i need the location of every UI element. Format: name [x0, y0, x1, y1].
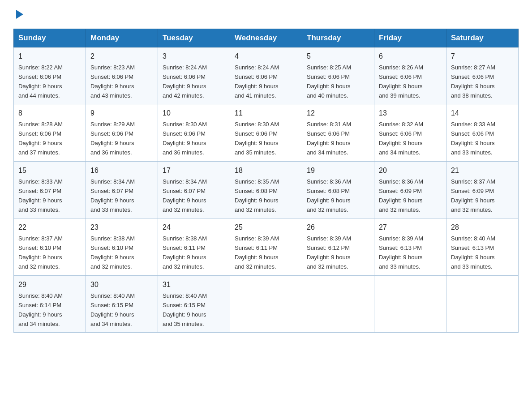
- svg-marker-0: [16, 10, 23, 19]
- day-info: Sunrise: 8:35 AMSunset: 6:08 PMDaylight:…: [235, 178, 279, 213]
- day-number: 27: [379, 222, 442, 233]
- calendar-day-cell: 23Sunrise: 8:38 AMSunset: 6:10 PMDayligh…: [86, 218, 158, 275]
- calendar-week-row: 1Sunrise: 8:22 AMSunset: 6:06 PMDaylight…: [14, 47, 519, 104]
- calendar-week-row: 29Sunrise: 8:40 AMSunset: 6:14 PMDayligh…: [14, 275, 519, 332]
- day-number: 14: [451, 108, 514, 119]
- calendar-day-cell: 28Sunrise: 8:40 AMSunset: 6:13 PMDayligh…: [446, 218, 519, 275]
- calendar-day-cell: 19Sunrise: 8:36 AMSunset: 6:08 PMDayligh…: [302, 161, 374, 218]
- calendar-day-cell: 17Sunrise: 8:34 AMSunset: 6:07 PMDayligh…: [158, 161, 230, 218]
- day-number: 31: [163, 279, 225, 291]
- calendar-day-cell: 10Sunrise: 8:30 AMSunset: 6:06 PMDayligh…: [158, 104, 230, 161]
- day-info: Sunrise: 8:24 AMSunset: 6:06 PMDaylight:…: [163, 64, 207, 99]
- calendar-day-cell: 3Sunrise: 8:24 AMSunset: 6:06 PMDaylight…: [158, 47, 230, 104]
- day-info: Sunrise: 8:36 AMSunset: 6:09 PMDaylight:…: [379, 178, 423, 213]
- day-number: 9: [90, 108, 153, 119]
- page-header: [13, 9, 519, 21]
- day-number: 30: [90, 279, 153, 291]
- day-number: 18: [235, 165, 297, 176]
- calendar-day-cell: 6Sunrise: 8:26 AMSunset: 6:06 PMDaylight…: [374, 47, 446, 104]
- day-number: 13: [379, 108, 442, 119]
- header-row: SundayMondayTuesdayWednesdayThursdayFrid…: [14, 29, 519, 47]
- day-info: Sunrise: 8:28 AMSunset: 6:06 PMDaylight:…: [18, 121, 63, 156]
- day-of-week-header: Wednesday: [230, 29, 302, 47]
- day-of-week-header: Monday: [86, 29, 158, 47]
- day-info: Sunrise: 8:37 AMSunset: 6:09 PMDaylight:…: [451, 178, 495, 213]
- calendar-day-cell: 14Sunrise: 8:33 AMSunset: 6:06 PMDayligh…: [446, 104, 519, 161]
- day-number: 21: [451, 165, 514, 176]
- day-number: 1: [18, 51, 81, 62]
- day-info: Sunrise: 8:39 AMSunset: 6:11 PMDaylight:…: [235, 235, 279, 270]
- calendar-day-cell: 25Sunrise: 8:39 AMSunset: 6:11 PMDayligh…: [230, 218, 302, 275]
- day-info: Sunrise: 8:33 AMSunset: 6:06 PMDaylight:…: [451, 121, 495, 156]
- day-info: Sunrise: 8:40 AMSunset: 6:13 PMDaylight:…: [451, 235, 495, 270]
- day-number: 20: [379, 165, 442, 176]
- day-of-week-header: Saturday: [446, 29, 519, 47]
- day-info: Sunrise: 8:34 AMSunset: 6:07 PMDaylight:…: [90, 178, 135, 213]
- calendar-table: SundayMondayTuesdayWednesdayThursdayFrid…: [13, 29, 519, 333]
- day-number: 23: [90, 222, 153, 233]
- day-number: 15: [18, 165, 81, 176]
- day-number: 10: [163, 108, 225, 119]
- calendar-day-cell: 9Sunrise: 8:29 AMSunset: 6:06 PMDaylight…: [86, 104, 158, 161]
- calendar-day-cell: 27Sunrise: 8:39 AMSunset: 6:13 PMDayligh…: [374, 218, 446, 275]
- day-of-week-header: Tuesday: [158, 29, 230, 47]
- day-number: 17: [163, 165, 225, 176]
- calendar-day-cell: 18Sunrise: 8:35 AMSunset: 6:08 PMDayligh…: [230, 161, 302, 218]
- day-info: Sunrise: 8:32 AMSunset: 6:06 PMDaylight:…: [379, 121, 423, 156]
- day-info: Sunrise: 8:31 AMSunset: 6:06 PMDaylight:…: [307, 121, 351, 156]
- calendar-day-cell: 4Sunrise: 8:24 AMSunset: 6:06 PMDaylight…: [230, 47, 302, 104]
- day-number: 11: [235, 108, 297, 119]
- day-info: Sunrise: 8:30 AMSunset: 6:06 PMDaylight:…: [163, 121, 207, 156]
- day-info: Sunrise: 8:38 AMSunset: 6:11 PMDaylight:…: [163, 235, 207, 270]
- day-info: Sunrise: 8:29 AMSunset: 6:06 PMDaylight:…: [90, 121, 135, 156]
- day-number: 8: [18, 108, 81, 119]
- calendar-day-cell: 13Sunrise: 8:32 AMSunset: 6:06 PMDayligh…: [374, 104, 446, 161]
- calendar-day-cell: 15Sunrise: 8:33 AMSunset: 6:07 PMDayligh…: [14, 161, 86, 218]
- calendar-day-cell: 21Sunrise: 8:37 AMSunset: 6:09 PMDayligh…: [446, 161, 519, 218]
- calendar-day-cell: 16Sunrise: 8:34 AMSunset: 6:07 PMDayligh…: [86, 161, 158, 218]
- calendar-day-cell: 26Sunrise: 8:39 AMSunset: 6:12 PMDayligh…: [302, 218, 374, 275]
- calendar-day-cell: 29Sunrise: 8:40 AMSunset: 6:14 PMDayligh…: [14, 275, 86, 332]
- day-number: 3: [163, 51, 225, 62]
- day-info: Sunrise: 8:30 AMSunset: 6:06 PMDaylight:…: [235, 121, 279, 156]
- day-info: Sunrise: 8:26 AMSunset: 6:06 PMDaylight:…: [379, 64, 423, 99]
- day-number: 16: [90, 165, 153, 176]
- day-of-week-header: Sunday: [14, 29, 86, 47]
- logo: [13, 9, 24, 21]
- calendar-day-cell: 1Sunrise: 8:22 AMSunset: 6:06 PMDaylight…: [14, 47, 86, 104]
- calendar-day-cell: 8Sunrise: 8:28 AMSunset: 6:06 PMDaylight…: [14, 104, 86, 161]
- day-number: 6: [379, 51, 442, 62]
- day-number: 2: [90, 51, 153, 62]
- calendar-day-cell: [446, 275, 519, 332]
- day-info: Sunrise: 8:40 AMSunset: 6:14 PMDaylight:…: [18, 292, 63, 327]
- calendar-day-cell: 2Sunrise: 8:23 AMSunset: 6:06 PMDaylight…: [86, 47, 158, 104]
- day-info: Sunrise: 8:25 AMSunset: 6:06 PMDaylight:…: [307, 64, 351, 99]
- day-info: Sunrise: 8:27 AMSunset: 6:06 PMDaylight:…: [451, 64, 495, 99]
- calendar-day-cell: 22Sunrise: 8:37 AMSunset: 6:10 PMDayligh…: [14, 218, 86, 275]
- day-info: Sunrise: 8:37 AMSunset: 6:10 PMDaylight:…: [18, 235, 63, 270]
- calendar-day-cell: 7Sunrise: 8:27 AMSunset: 6:06 PMDaylight…: [446, 47, 519, 104]
- day-number: 28: [451, 222, 514, 233]
- calendar-week-row: 8Sunrise: 8:28 AMSunset: 6:06 PMDaylight…: [14, 104, 519, 161]
- day-number: 5: [307, 51, 369, 62]
- day-number: 29: [18, 279, 81, 291]
- calendar-day-cell: 24Sunrise: 8:38 AMSunset: 6:11 PMDayligh…: [158, 218, 230, 275]
- day-info: Sunrise: 8:39 AMSunset: 6:13 PMDaylight:…: [379, 235, 423, 270]
- day-info: Sunrise: 8:24 AMSunset: 6:06 PMDaylight:…: [235, 64, 279, 99]
- calendar-day-cell: [374, 275, 446, 332]
- day-number: 4: [235, 51, 297, 62]
- day-number: 22: [18, 222, 81, 233]
- day-of-week-header: Friday: [374, 29, 446, 47]
- calendar-week-row: 15Sunrise: 8:33 AMSunset: 6:07 PMDayligh…: [14, 161, 519, 218]
- day-number: 7: [451, 51, 514, 62]
- day-info: Sunrise: 8:23 AMSunset: 6:06 PMDaylight:…: [90, 64, 135, 99]
- logo-triangle-icon: [14, 9, 24, 19]
- day-info: Sunrise: 8:22 AMSunset: 6:06 PMDaylight:…: [18, 64, 63, 99]
- day-info: Sunrise: 8:40 AMSunset: 6:15 PMDaylight:…: [163, 292, 207, 327]
- day-of-week-header: Thursday: [302, 29, 374, 47]
- day-number: 12: [307, 108, 369, 119]
- calendar-day-cell: 12Sunrise: 8:31 AMSunset: 6:06 PMDayligh…: [302, 104, 374, 161]
- day-info: Sunrise: 8:36 AMSunset: 6:08 PMDaylight:…: [307, 178, 351, 213]
- calendar-body: 1Sunrise: 8:22 AMSunset: 6:06 PMDaylight…: [14, 47, 519, 333]
- calendar-day-cell: [230, 275, 302, 332]
